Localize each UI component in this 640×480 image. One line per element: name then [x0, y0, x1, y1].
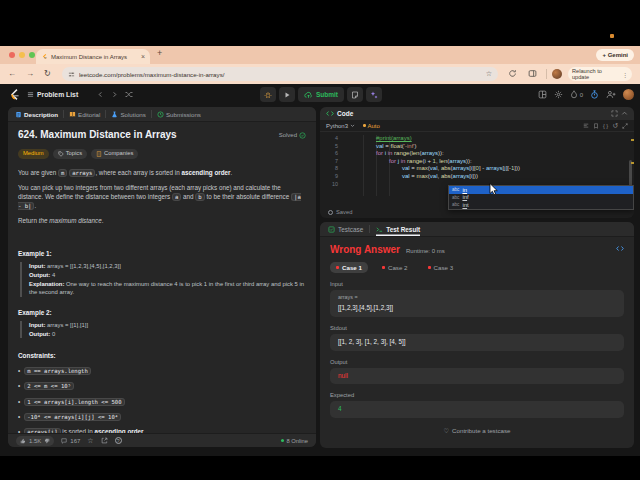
- forward-button[interactable]: →: [26, 64, 34, 84]
- stdout-box[interactable]: [[1, 2, 3], [1, 2, 3], [4, 5]]: [330, 334, 624, 351]
- code-line[interactable]: 5val = float('-inf'): [320, 143, 634, 151]
- share-button[interactable]: [101, 437, 108, 444]
- format-button[interactable]: [583, 123, 589, 129]
- next-problem-button[interactable]: [111, 91, 118, 98]
- autocomplete-item[interactable]: abc inf: [449, 194, 633, 202]
- expected-box[interactable]: 4: [330, 401, 624, 418]
- problem-list-button[interactable]: Problem List: [27, 84, 78, 105]
- case-tabs: Case 1 Case 2 Case 3: [330, 262, 624, 273]
- code-line[interactable]: 9val = max(val, abs(arrays[i])): [320, 173, 634, 181]
- fullscreen-button[interactable]: [622, 123, 628, 129]
- topics-badge[interactable]: Topics: [53, 149, 87, 159]
- example-block: Input: arrays = [[1],[1]]Output: 0: [20, 321, 306, 338]
- case-tab-2[interactable]: Case 2: [376, 262, 414, 273]
- run-button[interactable]: [279, 87, 295, 102]
- expected-value: 4: [338, 405, 616, 414]
- line-number: 7: [320, 158, 344, 166]
- favorite-button[interactable]: ☆: [87, 437, 93, 445]
- expand-panel-button[interactable]: [611, 110, 618, 117]
- tab-close-icon[interactable]: ×: [141, 53, 145, 60]
- debug-button[interactable]: [260, 87, 276, 102]
- code-line[interactable]: 7for j in range(i + 1, len(arrays)):: [320, 158, 634, 166]
- difficulty-badge[interactable]: Medium: [18, 149, 49, 159]
- tab-test-result[interactable]: Test Result: [376, 222, 420, 236]
- submit-button[interactable]: Submit: [298, 87, 344, 102]
- auto-toggle[interactable]: Auto: [363, 123, 380, 129]
- bookmark-star-icon[interactable]: ☆: [486, 70, 492, 78]
- settings-button[interactable]: [554, 90, 563, 99]
- language-select[interactable]: Python3: [326, 123, 355, 129]
- code-line[interactable]: 6for i in range(len(arrays)):: [320, 150, 634, 158]
- input-box[interactable]: arrays = [[1,2,3],[4,5],[1,2,3]]: [330, 290, 624, 317]
- minimize-window-button[interactable]: [19, 52, 25, 58]
- line-number: 6: [320, 150, 344, 158]
- tab-divider: [63, 110, 64, 118]
- snippets-button[interactable]: { }: [603, 123, 608, 129]
- comment-icon: [61, 438, 67, 444]
- case-tab-1[interactable]: Case 1: [330, 262, 368, 273]
- companies-badge[interactable]: Companies: [91, 149, 138, 159]
- contribute-button[interactable]: ♡ Contribute a testcase: [330, 427, 624, 434]
- back-button[interactable]: ←: [8, 64, 16, 84]
- constraints-list: m == arrays.length 2 <= m <= 10⁵ 1 <= ar…: [18, 366, 306, 433]
- close-window-button[interactable]: [9, 52, 15, 58]
- gemini-button[interactable]: + Gemini: [596, 49, 634, 61]
- tune-icon[interactable]: [68, 71, 75, 78]
- example-line: Output: 0: [29, 330, 306, 339]
- browser-window: Maximum Distance in Arrays × + + Gemini …: [0, 46, 640, 456]
- thumb-up-icon[interactable]: [20, 438, 26, 444]
- reset-code-button[interactable]: ↺: [612, 122, 618, 130]
- comments-button[interactable]: 167: [61, 438, 80, 444]
- case-tab-3[interactable]: Case 3: [422, 262, 460, 273]
- streak-button[interactable]: 0: [570, 90, 583, 99]
- code-line[interactable]: 8val = max(val, abs(arrays[i][0] - array…: [320, 165, 634, 173]
- tab-submissions[interactable]: Submissions: [157, 111, 201, 118]
- bookmark-button[interactable]: [593, 123, 599, 129]
- extensions-icon[interactable]: [508, 69, 517, 78]
- example-line: Input: arrays = [[1],[1]]: [29, 321, 306, 330]
- line-number: 4: [320, 135, 344, 143]
- autocomplete-item[interactable]: abc int: [449, 201, 633, 209]
- collapse-panel-button[interactable]: [621, 110, 628, 117]
- relaunch-button[interactable]: Relaunch to update ⋮: [568, 67, 632, 81]
- tab-testcase[interactable]: Testcase: [328, 222, 363, 236]
- tab-editorial[interactable]: Editorial: [69, 111, 100, 118]
- ai-assistant-button[interactable]: [366, 87, 382, 102]
- reload-button[interactable]: ↻: [44, 64, 51, 84]
- tab-solutions[interactable]: Solutions: [111, 111, 145, 118]
- address-bar[interactable]: leetcode.com/problems/maximum-distance-i…: [62, 67, 498, 81]
- constraint-item: 1 <= arrays[i].length <= 500: [18, 397, 306, 406]
- timer-button[interactable]: [590, 90, 599, 99]
- play-icon: [283, 91, 291, 99]
- description-panel: Description Editorial Solutions: [8, 107, 316, 447]
- stdout-label: Stdout: [330, 325, 624, 331]
- layout-icon: [538, 90, 547, 99]
- leetcode-logo[interactable]: [8, 88, 21, 101]
- building-icon: [96, 151, 102, 157]
- leetcode-navbar: Problem List Submit: [0, 84, 640, 105]
- browser-menu-icon[interactable]: ⋮: [622, 71, 628, 78]
- autocomplete-item[interactable]: abc in: [449, 186, 633, 194]
- person-add-icon: [606, 90, 616, 99]
- layout-button[interactable]: [538, 90, 547, 99]
- output-box[interactable]: null: [330, 368, 624, 385]
- tab-description[interactable]: Description: [15, 111, 58, 118]
- random-problem-button[interactable]: [125, 91, 133, 98]
- new-tab-button[interactable]: +: [157, 48, 162, 58]
- code-line[interactable]: 4#print(arrays): [320, 135, 634, 143]
- collab-button[interactable]: [606, 90, 616, 99]
- prev-problem-button[interactable]: [97, 91, 104, 98]
- checklist-icon: [328, 226, 335, 233]
- user-avatar[interactable]: [623, 89, 634, 100]
- notes-button[interactable]: [347, 87, 363, 102]
- debugger-icon[interactable]: [616, 245, 624, 253]
- submit-label: Submit: [316, 91, 338, 98]
- thumb-down-icon[interactable]: [44, 438, 50, 444]
- browser-profile-avatar[interactable]: [552, 69, 562, 79]
- help-button[interactable]: ?: [115, 437, 122, 444]
- like-count[interactable]: 1.5K: [29, 438, 41, 444]
- zoom-window-button[interactable]: [29, 52, 35, 58]
- browser-tab[interactable]: Maximum Distance in Arrays ×: [36, 49, 150, 64]
- side-panel-icon[interactable]: [528, 69, 537, 78]
- result-tab-bar: Testcase Test Result: [320, 222, 634, 237]
